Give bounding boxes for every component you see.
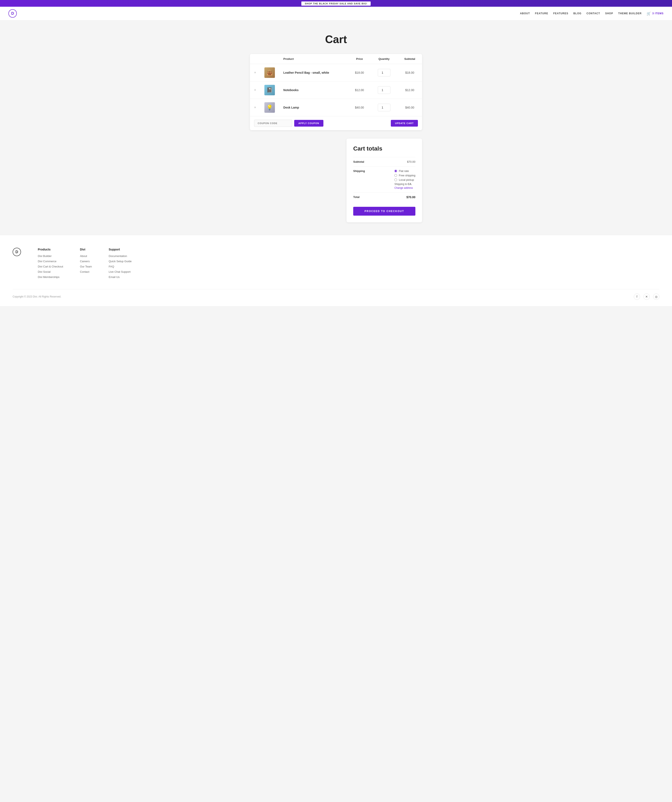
footer-link[interactable]: Careers (80, 260, 92, 263)
shipping-free-radio[interactable] (394, 174, 397, 177)
coupon-area: APPLY COUPON (254, 120, 324, 127)
remove-item-button[interactable]: × (254, 71, 256, 74)
cart-table: Product Price Quantity Subtotal × 👜 Leat… (250, 54, 422, 116)
shipping-row: Shipping Flat rate Free shipping (353, 166, 415, 192)
nav-contact[interactable]: CONTACT (586, 12, 600, 15)
col-product-header: Product (279, 54, 348, 64)
cart-totals-wrapper: Cart totals Subtotal $70.00 Shipping Fla… (250, 139, 422, 222)
banner-text: SHOP THE BLACK FRIDAY SALE AND SAVE BIG! (301, 2, 371, 6)
footer-link[interactable]: Divi Memberships (38, 275, 63, 279)
footer-link[interactable]: Documentation (109, 254, 132, 258)
table-row: × 📓 Notebooks $12.00 $12.00 (250, 81, 422, 99)
shipping-flat-rate-radio[interactable] (394, 170, 397, 172)
shipping-flat-rate[interactable]: Flat rate (394, 170, 415, 173)
img-cell: 📓 (260, 81, 279, 99)
social-icons: f ✕ ◎ (634, 294, 659, 300)
product-image: 📓 (264, 85, 275, 95)
apply-coupon-button[interactable]: APPLY COUPON (294, 120, 324, 126)
checkout-button[interactable]: PROCEED TO CHECKOUT (353, 207, 415, 216)
shipping-label: Shipping (353, 170, 365, 173)
quantity-input[interactable] (378, 69, 390, 76)
col-price-header: Price (348, 54, 371, 64)
shipping-options: Flat rate Free shipping Local pickup Shi… (394, 170, 415, 189)
twitter-x-icon[interactable]: ✕ (643, 294, 650, 300)
col-remove (250, 54, 260, 64)
update-cart-button[interactable]: UPDATE CART (391, 120, 418, 126)
shipping-local-pickup[interactable]: Local pickup (394, 178, 415, 181)
copyright: Copyright © 2023 Divi. All Rights Reserv… (13, 295, 62, 298)
header: D ABOUT FEATURE FEATURES BLOG CONTACT SH… (0, 7, 672, 20)
remove-item-button[interactable]: × (254, 88, 256, 92)
footer: D Products Divi BuilderDivi CommerceDivi… (0, 235, 672, 306)
cart-item-count: 3 ITEMS (652, 12, 664, 15)
subtotal-row: Subtotal $70.00 (353, 157, 415, 166)
table-row: × 👜 Leather Pencil Bag - small, white $1… (250, 64, 422, 81)
footer-logo: D (13, 248, 21, 256)
remove-cell: × (250, 64, 260, 81)
nav-about[interactable]: ABOUT (520, 12, 530, 15)
footer-support-heading: Support (109, 248, 132, 251)
remove-item-button[interactable]: × (254, 106, 256, 109)
subtotal-value: $70.00 (407, 160, 415, 163)
footer-top: D Products Divi BuilderDivi CommerceDivi… (13, 248, 659, 289)
product-img-emoji: 📓 (267, 87, 273, 93)
main-content: Product Price Quantity Subtotal × 👜 Leat… (246, 54, 426, 235)
product-img-emoji: 👜 (267, 70, 273, 76)
footer-link[interactable]: Our Team (80, 265, 92, 268)
nav-theme-builder[interactable]: THEME BUILDER (618, 12, 642, 15)
subtotal-cell: $40.00 (397, 99, 422, 116)
footer-bottom: Copyright © 2023 Divi. All Rights Reserv… (13, 289, 659, 300)
nav-blog[interactable]: BLOG (573, 12, 581, 15)
table-row: × 💡 Desk Lamp $40.00 $40.00 (250, 99, 422, 116)
nav-features[interactable]: FEATURES (553, 12, 568, 15)
footer-link[interactable]: Divi Builder (38, 254, 63, 258)
remove-cell: × (250, 99, 260, 116)
coupon-input[interactable] (254, 120, 292, 127)
footer-link[interactable]: About (80, 254, 92, 258)
total-label: Total (353, 196, 359, 199)
quantity-input[interactable] (378, 86, 390, 94)
footer-logo-letter: D (16, 250, 18, 254)
product-image: 👜 (264, 67, 275, 78)
total-row: Total $70.00 (353, 192, 415, 202)
footer-link[interactable]: Live Chat Support (109, 270, 132, 273)
col-img (260, 54, 279, 64)
shipping-note: Shipping to CA. (394, 183, 415, 186)
footer-link[interactable]: Divi Cart & Checkout (38, 265, 63, 268)
col-qty-header: Quantity (371, 54, 398, 64)
name-cell: Leather Pencil Bag - small, white (279, 64, 348, 81)
nav-cart[interactable]: 🛒 3 ITEMS (646, 11, 664, 16)
shipping-local-pickup-radio[interactable] (394, 178, 397, 181)
footer-divi-col: Divi AboutCareersOur TeamContact (80, 248, 92, 281)
footer-link[interactable]: Quick Setup Guide (109, 260, 132, 263)
footer-link[interactable]: Email Us (109, 275, 132, 279)
name-cell: Notebooks (279, 81, 348, 99)
logo[interactable]: D (8, 9, 17, 18)
price-cell: $40.00 (348, 99, 371, 116)
product-name: Desk Lamp (283, 106, 299, 109)
nav-shop[interactable]: SHOP (605, 12, 613, 15)
cart-totals: Cart totals Subtotal $70.00 Shipping Fla… (347, 139, 422, 222)
nav-feature[interactable]: FEATURE (535, 12, 548, 15)
footer-link[interactable]: Divi Social (38, 270, 63, 273)
subtotal-label: Subtotal (353, 160, 364, 163)
img-cell: 💡 (260, 99, 279, 116)
quantity-input[interactable] (378, 104, 390, 111)
cart-totals-title: Cart totals (353, 145, 415, 152)
qty-cell (371, 99, 398, 116)
subtotal-cell: $12.00 (397, 81, 422, 99)
instagram-icon[interactable]: ◎ (653, 294, 659, 300)
name-cell: Desk Lamp (279, 99, 348, 116)
qty-cell (371, 81, 398, 99)
page-title-section: Cart (0, 20, 672, 54)
footer-link[interactable]: Divi Commerce (38, 260, 63, 263)
price-cell: $12.00 (348, 81, 371, 99)
change-address-link[interactable]: Change address (394, 186, 415, 189)
img-cell: 👜 (260, 64, 279, 81)
facebook-icon[interactable]: f (634, 294, 640, 300)
qty-cell (371, 64, 398, 81)
footer-link[interactable]: Contact (80, 270, 92, 273)
footer-link[interactable]: FAQ (109, 265, 132, 268)
total-value: $70.00 (406, 196, 415, 199)
shipping-free[interactable]: Free shipping (394, 174, 415, 177)
